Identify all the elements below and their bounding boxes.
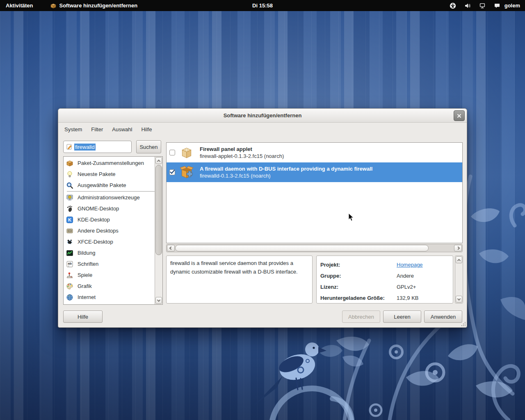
sidebar-item-paket-zusammenstellungen[interactable]: Paket-Zusammenstellungen — [64, 158, 155, 169]
detail-row-gruppe: Gruppe: Andere — [320, 270, 453, 281]
sidebar-item-internet[interactable]: Internet — [64, 292, 155, 303]
selected-packages-icon — [66, 182, 73, 189]
close-icon — [457, 114, 461, 118]
clock[interactable]: Di 15:58 — [252, 2, 273, 9]
package-title: A firewall daemon with D-BUS interface p… — [200, 165, 372, 172]
package-description: firewalld is a firewall service daemon t… — [166, 256, 313, 304]
sidebar-item-gnome-desktop[interactable]: GNOME-Desktop — [64, 203, 155, 214]
cancel-button[interactable]: Abbrechen — [342, 310, 380, 323]
package-details: Projekt: Homepage Gruppe: Andere Lizenz:… — [316, 256, 453, 304]
package-row-firewalld-selected[interactable]: A firewall daemon with D-BUS interface p… — [167, 162, 462, 182]
chat-icon[interactable] — [494, 2, 500, 9]
detail-row-projekt: Projekt: Homepage — [320, 259, 453, 270]
package-title: Firewall panel applet — [200, 146, 284, 153]
detail-row-lizenz: Lizenz: GPLv2+ — [320, 281, 453, 292]
focused-app-indicator[interactable]: Software hinzufügen/entfernen — [50, 2, 137, 9]
resize-grip[interactable] — [461, 321, 466, 326]
xfce-mouse-icon — [66, 238, 73, 246]
detail-row-groesse: Heruntergeladene Größe: 132,9 KB — [320, 292, 453, 304]
search-input[interactable]: firewalld — [63, 141, 132, 153]
window-title: Software hinzufügen/entfernen — [224, 112, 302, 119]
edit-text-icon — [66, 144, 73, 150]
sidebar-item-kde-desktop[interactable]: K KDE-Desktop — [64, 214, 155, 225]
scroll-up-button[interactable] — [456, 256, 462, 263]
package-version: firewalld-0.1.3-2.fc15 (noarch) — [200, 172, 372, 179]
package-install-icon — [179, 165, 194, 180]
search-button[interactable]: Suchen — [136, 140, 161, 153]
activities-button[interactable]: Aktivitäten — [6, 2, 33, 9]
category-sidebar: Paket-Zusammenstellungen Neueste Pakete … — [63, 156, 163, 305]
package-app-icon — [50, 2, 57, 9]
sidebar-item-bildung[interactable]: Bildung — [64, 247, 155, 258]
sidebar-item-schriften[interactable]: ab c Schriften — [64, 258, 155, 269]
input-display-icon[interactable] — [479, 2, 486, 9]
apply-button[interactable]: Anwenden — [424, 310, 462, 323]
package-closed-icon — [179, 145, 194, 160]
sidebar-item-partial[interactable] — [64, 303, 155, 305]
scroll-up-button[interactable] — [155, 157, 162, 164]
sidebar-item-ausgewaehlte-pakete[interactable]: Ausgewählte Pakete — [64, 180, 155, 191]
gnome-top-bar: Aktivitäten Software hinzufügen/entferne… — [0, 0, 525, 11]
checkmark-icon — [169, 169, 175, 175]
titlebar[interactable]: Software hinzufügen/entfernen — [58, 109, 467, 123]
help-button[interactable]: Hilfe — [63, 310, 103, 323]
scrollbar-thumb[interactable] — [155, 165, 162, 255]
menubar: System Filter Auswahl Hilfe — [60, 123, 156, 135]
education-icon — [66, 249, 73, 257]
menu-system[interactable]: System — [60, 124, 87, 135]
newest-packages-icon — [66, 171, 73, 178]
clear-button[interactable]: Leeren — [383, 310, 421, 323]
sidebar-item-xfce-desktop[interactable]: XFCE-Desktop — [64, 236, 155, 247]
internet-globe-icon — [66, 294, 73, 301]
fonts-icon: ab c — [66, 260, 73, 268]
package-version: firewall-applet-0.1.3-2.fc15 (noarch) — [200, 153, 284, 160]
add-remove-software-window: Software hinzufügen/entfernen System Fil… — [58, 108, 467, 328]
partial-item-icon — [66, 305, 73, 305]
search-text-selected: firewalld — [74, 144, 96, 151]
sidebar-item-grafik[interactable]: Grafik — [64, 281, 155, 292]
svg-text:K: K — [68, 217, 71, 222]
focused-app-title: Software hinzufügen/entfernen — [59, 2, 137, 9]
gnome-foot-icon — [66, 205, 73, 212]
sidebar-item-administrationswerkzeuge[interactable]: Administrationswerkzeuge — [64, 192, 155, 203]
scroll-down-button[interactable] — [456, 296, 462, 303]
graphics-icon — [66, 283, 73, 290]
sidebar-item-neueste-pakete[interactable]: Neueste Pakete — [64, 169, 155, 180]
sidebar-item-andere-desktops[interactable]: Andere Desktops — [64, 225, 155, 236]
games-icon — [66, 272, 73, 279]
user-menu[interactable]: golem — [504, 2, 520, 9]
svg-text:c: c — [68, 264, 69, 267]
scrollbar-thumb[interactable] — [175, 245, 429, 251]
sidebar-scrollbar[interactable] — [155, 157, 162, 304]
scroll-left-button[interactable] — [167, 245, 175, 251]
menu-auswahl[interactable]: Auswahl — [107, 124, 137, 135]
scroll-down-button[interactable] — [155, 297, 162, 304]
other-desktops-icon — [66, 227, 73, 235]
menu-filter[interactable]: Filter — [87, 124, 107, 135]
package-collections-icon — [66, 160, 73, 167]
close-button[interactable] — [454, 110, 465, 121]
details-scrollbar[interactable] — [455, 256, 463, 304]
package-results-list: Firewall panel applet firewall-applet-0.… — [166, 142, 463, 243]
menu-hilfe[interactable]: Hilfe — [137, 124, 156, 135]
package-checkbox-unchecked[interactable] — [169, 150, 175, 155]
list-horizontal-scrollbar[interactable] — [166, 244, 463, 252]
package-checkbox-checked[interactable] — [169, 169, 175, 175]
homepage-link[interactable]: Homepage — [397, 262, 423, 268]
accessibility-icon[interactable] — [450, 2, 456, 9]
kde-icon: K — [66, 216, 73, 224]
sidebar-item-spiele[interactable]: Spiele — [64, 269, 155, 281]
volume-icon[interactable] — [464, 2, 471, 9]
scroll-right-button[interactable] — [454, 245, 462, 251]
package-row-firewall-applet[interactable]: Firewall panel applet firewall-applet-0.… — [167, 143, 462, 162]
admin-tools-icon — [66, 194, 73, 201]
